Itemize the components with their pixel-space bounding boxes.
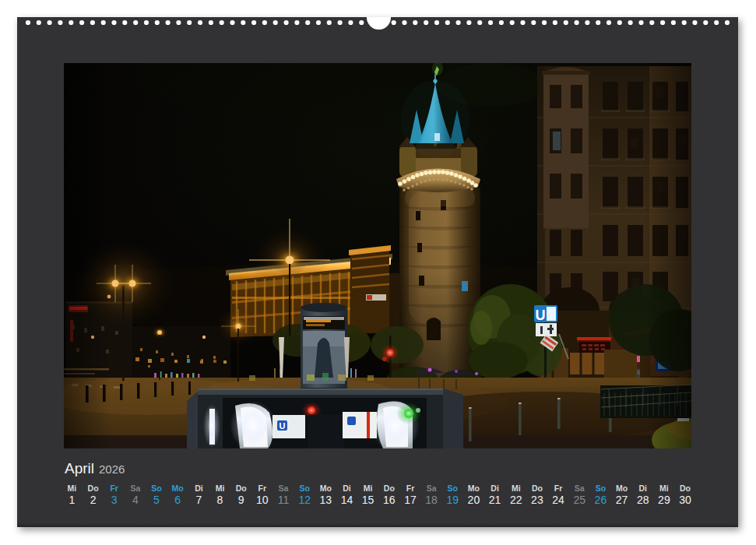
svg-text:6: 6 <box>174 494 181 506</box>
svg-text:27: 27 <box>616 494 628 506</box>
svg-text:8: 8 <box>217 494 223 506</box>
svg-text:19: 19 <box>447 494 459 506</box>
svg-text:4: 4 <box>132 494 139 506</box>
svg-text:26: 26 <box>595 494 607 506</box>
svg-text:Mo: Mo <box>616 483 628 493</box>
svg-text:9: 9 <box>238 494 244 506</box>
svg-text:16: 16 <box>383 494 396 506</box>
svg-text:Fr: Fr <box>110 483 118 493</box>
svg-text:Sa: Sa <box>427 483 437 493</box>
svg-text:30: 30 <box>679 494 691 506</box>
svg-text:Mi: Mi <box>659 483 669 493</box>
svg-text:So: So <box>299 483 309 493</box>
svg-text:Di: Di <box>491 483 499 493</box>
svg-text:Di: Di <box>343 483 351 493</box>
svg-text:25: 25 <box>573 494 585 506</box>
svg-text:So: So <box>151 483 161 493</box>
svg-text:Fr: Fr <box>554 483 563 493</box>
svg-text:17: 17 <box>404 494 417 506</box>
svg-text:11: 11 <box>278 494 290 506</box>
svg-text:Mo: Mo <box>468 483 480 493</box>
svg-text:Mi: Mi <box>364 483 373 493</box>
svg-text:Do: Do <box>532 483 543 493</box>
svg-text:Di: Di <box>195 483 203 493</box>
svg-text:29: 29 <box>658 494 670 506</box>
svg-text:3: 3 <box>111 494 118 506</box>
svg-text:Do: Do <box>384 483 395 493</box>
svg-text:Mi: Mi <box>216 483 225 493</box>
svg-text:Mo: Mo <box>172 483 184 493</box>
svg-text:21: 21 <box>489 494 501 506</box>
svg-text:22: 22 <box>510 494 522 506</box>
svg-text:24: 24 <box>552 494 564 506</box>
svg-text:23: 23 <box>531 494 543 506</box>
svg-text:Sa: Sa <box>575 483 585 493</box>
svg-text:14: 14 <box>341 494 353 506</box>
svg-text:Do: Do <box>88 483 99 493</box>
svg-text:Do: Do <box>680 483 691 493</box>
svg-text:So: So <box>448 483 458 493</box>
svg-text:5: 5 <box>153 494 160 506</box>
svg-text:So: So <box>596 483 606 493</box>
svg-text:1: 1 <box>69 494 76 506</box>
svg-text:13: 13 <box>320 494 332 506</box>
svg-text:10: 10 <box>256 494 269 506</box>
svg-text:2: 2 <box>90 494 97 506</box>
svg-text:20: 20 <box>468 494 480 506</box>
svg-text:7: 7 <box>196 494 202 506</box>
svg-text:Fr: Fr <box>258 483 267 493</box>
svg-text:18: 18 <box>425 494 438 506</box>
svg-text:Sa: Sa <box>279 483 289 493</box>
svg-text:Di: Di <box>638 483 647 493</box>
svg-text:Sa: Sa <box>130 483 140 493</box>
svg-text:Mi: Mi <box>512 483 521 493</box>
svg-text:28: 28 <box>637 494 649 506</box>
svg-text:Mi: Mi <box>68 483 77 493</box>
svg-text:15: 15 <box>362 494 374 506</box>
svg-text:Fr: Fr <box>406 483 415 493</box>
svg-text:Do: Do <box>236 483 247 493</box>
svg-text:Mo: Mo <box>320 483 332 493</box>
svg-text:12: 12 <box>298 494 311 506</box>
